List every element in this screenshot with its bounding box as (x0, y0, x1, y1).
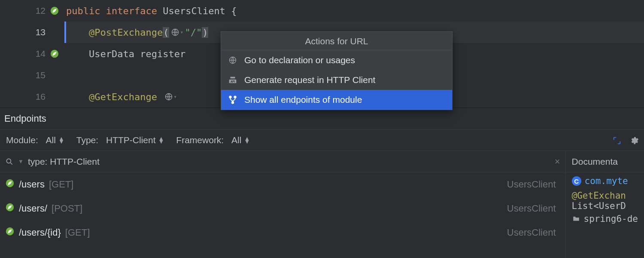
endpoint-path: /users/ (19, 203, 47, 214)
endpoints-left-pane: ▼ type: HTTP-Client × /users [GET]UsersC… (0, 151, 565, 258)
doc-qualified-name: com.myte (585, 176, 628, 186)
endpoint-verb: [GET] (49, 179, 73, 190)
gutter-line: 15 (0, 64, 66, 86)
line-number: 12 (36, 6, 46, 16)
gutter-line: 13 (0, 22, 66, 43)
endpoints-title: Endpoints (0, 108, 644, 129)
endpoint-row[interactable]: /users/{id} [GET]UsersClient (0, 221, 565, 245)
type-filter[interactable]: Type: HTTP-Client ▲▼ (70, 135, 170, 145)
context-menu-title: Actions for URL (221, 32, 452, 50)
spring-icon (5, 178, 15, 190)
expand-icon[interactable] (611, 134, 623, 147)
search-icon (5, 157, 14, 166)
context-menu: Actions for URL Go to declaration or usa… (221, 31, 453, 110)
endpoint-path: /users/{id} (19, 227, 61, 238)
module-filter-value: All (46, 135, 56, 145)
gutter-icon[interactable] (50, 6, 59, 15)
module-filter-label: Module: (6, 135, 38, 145)
endpoint-path: /users (19, 179, 45, 190)
globe-icon[interactable]: ▾ (163, 92, 178, 101)
framework-filter-label: Framework: (176, 135, 224, 145)
globe-icon[interactable]: ▾ (169, 28, 185, 37)
svg-text:API: API (231, 80, 235, 83)
endpoints-search-row[interactable]: ▼ type: HTTP-Client × (0, 151, 565, 172)
api-icon: API (227, 74, 238, 86)
documentation-tab[interactable]: Documenta (566, 151, 644, 172)
endpoint-row[interactable]: /users [GET]UsersClient (0, 172, 565, 197)
folder-icon (572, 215, 580, 223)
gutter-line: 16 (0, 86, 66, 108)
gear-icon[interactable] (628, 134, 641, 147)
svg-rect-7 (231, 77, 235, 79)
close-icon[interactable]: × (555, 156, 560, 167)
svg-point-11 (6, 159, 11, 163)
type-filter-label: Type: (76, 135, 98, 145)
line-number: 14 (36, 49, 46, 59)
gutter-line: 14 (0, 43, 66, 64)
svg-point-10 (232, 101, 234, 104)
endpoints-tool-window: Endpoints Module: All ▲▼ Type: HTTP-Clie… (0, 108, 644, 258)
endpoint-class: UsersClient (507, 203, 560, 214)
documentation-pane: Documenta C com.myte @GetExchan List<Use… (565, 151, 644, 258)
framework-filter-value: All (231, 135, 241, 145)
svg-point-9 (234, 96, 236, 98)
endpoint-class: UsersClient (507, 179, 560, 190)
doc-annotation: @GetExchan (572, 190, 638, 201)
context-menu-item-label: Show all endpoints of module (244, 95, 362, 105)
module-filter[interactable]: Module: All ▲▼ (0, 135, 70, 145)
documentation-body: C com.myte @GetExchan List<UserD spring6… (566, 172, 644, 227)
spring-icon (5, 227, 15, 239)
endpoint-row[interactable]: /users/ [POST]UsersClient (0, 197, 565, 221)
endpoint-verb: [GET] (65, 227, 90, 238)
doc-folder-name: spring6-de (584, 214, 638, 224)
framework-filter[interactable]: Framework: All ▲▼ (170, 135, 256, 145)
line-number: 15 (36, 70, 46, 80)
endpoints-filter-toolbar: Module: All ▲▼ Type: HTTP-Client ▲▼ Fram… (0, 129, 644, 151)
chevron-down-icon: ▼ (18, 158, 24, 165)
gutter-icon[interactable] (50, 49, 59, 58)
spring-icon (5, 203, 15, 215)
gutter-icon[interactable] (50, 28, 59, 37)
chevron-up-down-icon: ▲▼ (58, 137, 64, 143)
editor-gutter: 1213141516 (0, 0, 66, 108)
type-filter-value: HTTP-Client (106, 135, 156, 145)
gutter-line: 12 (0, 0, 66, 22)
context-menu-item[interactable]: Go to declaration or usages (221, 50, 452, 70)
context-menu-item-label: Generate request in HTTP Client (244, 75, 375, 85)
gutter-icon[interactable] (50, 92, 59, 101)
context-menu-item-label: Go to declaration or usages (244, 55, 355, 65)
context-menu-item[interactable]: APIGenerate request in HTTP Client (221, 70, 452, 90)
endpoint-verb: [POST] (52, 203, 82, 214)
doc-signature: List<UserD (572, 201, 638, 211)
endpoint-class: UsersClient (507, 227, 560, 238)
chevron-up-down-icon: ▲▼ (244, 137, 250, 143)
gutter-icon[interactable] (50, 71, 59, 80)
svg-point-8 (229, 96, 231, 98)
branch-icon (227, 94, 238, 105)
globe-icon (227, 55, 238, 66)
line-number: 16 (36, 92, 46, 102)
chevron-up-down-icon: ▲▼ (158, 137, 164, 143)
context-menu-item[interactable]: Show all endpoints of module (221, 90, 452, 110)
code-line[interactable]: public interface UsersClient { (66, 0, 644, 22)
line-number: 13 (36, 27, 46, 37)
search-text: type: HTTP-Client (28, 157, 100, 167)
class-badge-icon: C (572, 176, 581, 186)
